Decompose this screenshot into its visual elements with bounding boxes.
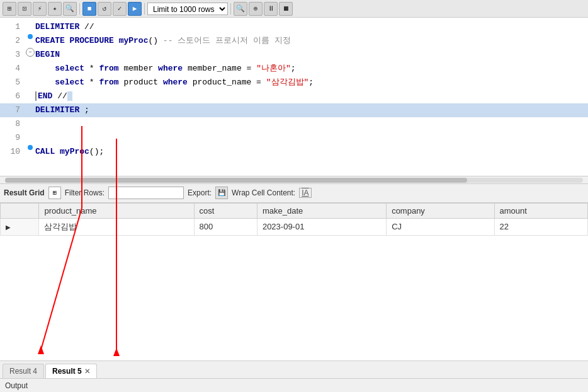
result-grid-toolbar: Result Grid ⊞ Filter Rows: Export: 💾 Wra…	[0, 184, 588, 203]
breakpoint-dot-10[interactable]	[28, 145, 33, 150]
line-content-10: CALL myProc();	[35, 145, 588, 159]
ia-icon[interactable]: IA	[299, 188, 311, 198]
toolbar-btn-stop[interactable]: ■	[82, 2, 96, 16]
wrap-cell-label: Wrap Cell Content:	[232, 188, 295, 197]
line-num-1: 1	[0, 20, 25, 34]
line-num-6: 6	[0, 89, 25, 103]
line-content-4: select * from member where member_name =…	[35, 62, 588, 76]
horizontal-scrollbar[interactable]	[0, 176, 588, 184]
cell-company: CJ	[387, 218, 494, 235]
result-grid-label: Result Grid	[4, 188, 45, 197]
cell-make-date: 2023-09-01	[257, 218, 386, 235]
toolbar-btn-query[interactable]: ⊡	[18, 2, 31, 16]
code-line-10: 10 CALL myProc();	[0, 145, 588, 159]
toolbar-btn-refresh[interactable]: ↺	[98, 2, 111, 16]
col-header-product-name[interactable]: product_name	[39, 203, 194, 218]
code-line-5: 5 select * from product where product_na…	[0, 76, 588, 89]
col-header-arrow	[1, 203, 39, 218]
table-header-row: product_name cost make_date company amou…	[1, 203, 588, 218]
line-content-3: BEGIN	[35, 48, 588, 62]
export-button[interactable]: 💾	[215, 187, 228, 199]
toolbar-btn-star[interactable]: ✦	[48, 2, 62, 16]
code-line-9: 9	[0, 131, 588, 145]
cell-product-name: 삼각김밥	[39, 218, 194, 235]
limit-select[interactable]: Limit to 1000 rows	[147, 3, 228, 15]
output-label: Output	[5, 381, 28, 390]
line-content-7: DELIMITER ;	[35, 103, 588, 117]
toolbar-btn-stop2[interactable]: ⏹	[279, 2, 293, 16]
line-content-2: CREATE PROCEDURE myProc() -- 스토어드 프로시저 이…	[35, 34, 588, 48]
output-bar: Output	[0, 378, 588, 392]
result-tabs: Result 4 Result 5 ✕	[0, 360, 588, 378]
toolbar-btn-search2[interactable]: 🔍	[234, 2, 247, 16]
line-num-3: 3	[0, 48, 25, 62]
line-content-6: END //	[35, 89, 588, 103]
line-num-9: 9	[0, 131, 25, 145]
code-line-1: 1 DELIMITER //	[0, 20, 588, 34]
tab-result-5[interactable]: Result 5 ✕	[45, 364, 97, 378]
code-line-7: 7 DELIMITER ;	[0, 103, 588, 117]
toolbar-sep-1	[79, 3, 80, 14]
code-line-4: 4 select * from member where member_name…	[0, 62, 588, 76]
collapse-icon-3[interactable]: −	[26, 48, 35, 57]
line-num-10: 10	[0, 145, 25, 159]
line-num-5: 5	[0, 76, 25, 89]
result-grid-icon[interactable]: ⊞	[48, 187, 61, 199]
toolbar-btn-run[interactable]: ▶	[128, 2, 142, 16]
code-line-3: 3 − BEGIN	[0, 48, 588, 62]
line-num-7: 7	[0, 103, 25, 117]
cell-cost: 800	[194, 218, 257, 235]
filter-rows-input[interactable]	[108, 187, 184, 199]
toolbar-btn-add[interactable]: ⊕	[249, 2, 263, 16]
tab-result-4-label: Result 4	[9, 367, 37, 376]
editor-toolbar: ⊞ ⊡ ⚡ ✦ 🔍 ■ ↺ ✓ ▶ Limit to 1000 rows 🔍 ⊕…	[0, 0, 588, 18]
table-row[interactable]: ▶ 삼각김밥 800 2023-09-01 CJ 22	[1, 218, 588, 235]
toolbar-btn-lightning[interactable]: ⚡	[33, 2, 47, 16]
line-dot-3: −	[25, 48, 35, 57]
line-dot-2	[25, 34, 35, 39]
toolbar-sep-2	[144, 3, 145, 14]
line-num-4: 4	[0, 62, 25, 76]
tab-result-5-close[interactable]: ✕	[84, 367, 90, 376]
line-dot-10	[25, 145, 35, 150]
toolbar-btn-grid[interactable]: ⊞	[3, 2, 16, 16]
line-content-1: DELIMITER //	[35, 20, 588, 34]
row-selector: ▶	[1, 218, 39, 235]
cell-amount: 22	[494, 218, 587, 235]
code-line-6: 6 END //	[0, 89, 588, 103]
col-header-cost[interactable]: cost	[194, 203, 257, 218]
scroll-track	[5, 178, 583, 183]
line-content-5: select * from product where product_name…	[35, 76, 588, 89]
toolbar-btn-pause[interactable]: ⏸	[264, 2, 278, 16]
breakpoint-dot-2[interactable]	[28, 34, 33, 39]
export-label: Export:	[188, 188, 212, 197]
line-num-2: 2	[0, 34, 25, 48]
scroll-thumb	[5, 178, 467, 183]
col-header-amount[interactable]: amount	[494, 203, 587, 218]
code-line-2: 2 CREATE PROCEDURE myProc() -- 스토어드 프로시저…	[0, 34, 588, 48]
result-table: product_name cost make_date company amou…	[0, 203, 588, 236]
col-header-make-date[interactable]: make_date	[257, 203, 386, 218]
line-num-8: 8	[0, 117, 25, 131]
data-table-container[interactable]: product_name cost make_date company amou…	[0, 203, 588, 361]
tab-result-4[interactable]: Result 4	[3, 364, 44, 378]
filter-rows-label: Filter Rows:	[65, 188, 105, 197]
tab-result-5-label: Result 5	[52, 367, 82, 376]
editor-area[interactable]: 1 DELIMITER // 2 CREATE PROCEDURE myProc…	[0, 18, 588, 176]
col-header-company[interactable]: company	[387, 203, 494, 218]
toolbar-btn-check[interactable]: ✓	[113, 2, 127, 16]
row-arrow: ▶	[6, 224, 11, 231]
toolbar-btn-search[interactable]: 🔍	[63, 2, 77, 16]
code-lines: 1 DELIMITER // 2 CREATE PROCEDURE myProc…	[0, 18, 588, 161]
code-line-8: 8	[0, 117, 588, 131]
toolbar-sep-3	[230, 3, 231, 14]
